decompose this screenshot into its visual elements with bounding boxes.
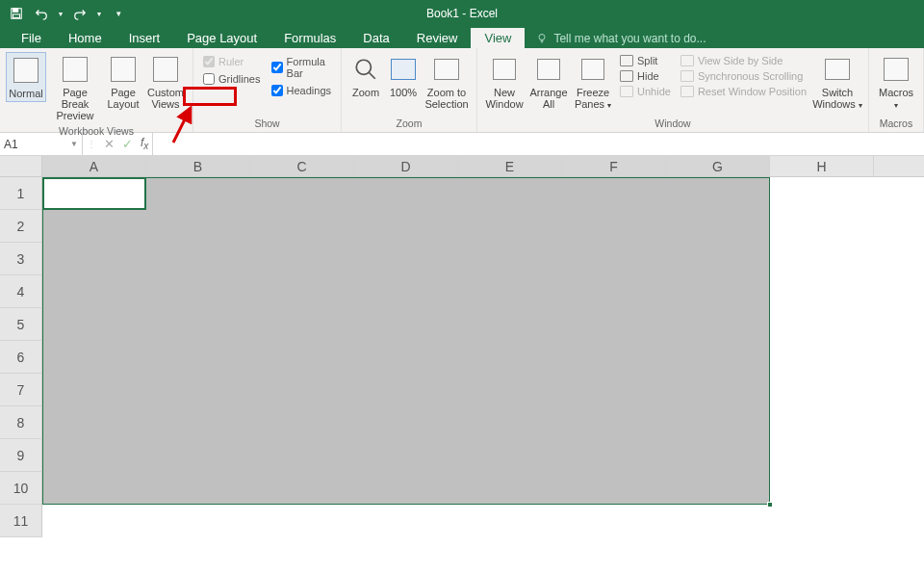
cell[interactable]: [770, 374, 874, 406]
col-header-h[interactable]: H: [770, 156, 874, 176]
synchronous-scrolling-button[interactable]: Synchronous Scrolling: [679, 69, 808, 83]
qat-customize-icon[interactable]: ▾: [108, 3, 129, 24]
cell[interactable]: [42, 505, 146, 537]
switch-windows-button[interactable]: Switch Windows ▾: [812, 52, 862, 114]
chevron-down-icon[interactable]: ▼: [70, 140, 78, 148]
row-header-6[interactable]: 6: [0, 341, 42, 374]
hundred-icon: [391, 59, 416, 80]
cell[interactable]: [770, 275, 874, 308]
cancel-formula-icon[interactable]: ✕: [104, 137, 115, 151]
row-header-7[interactable]: 7: [0, 374, 42, 406]
row-header-1[interactable]: 1: [0, 177, 42, 210]
tab-page-layout[interactable]: Page Layout: [173, 28, 270, 48]
undo-icon[interactable]: [31, 3, 52, 24]
headings-checkbox[interactable]: Headings: [271, 85, 331, 96]
ruler-checkbox[interactable]: Ruler: [203, 56, 262, 67]
custom-views-button[interactable]: Custom Views: [144, 52, 187, 112]
formula-bar-checkbox[interactable]: Formula Bar: [271, 56, 331, 79]
arrange-all-button[interactable]: Arrange All: [527, 52, 570, 112]
cell[interactable]: [770, 505, 874, 537]
normal-view-button[interactable]: Normal: [6, 52, 46, 102]
col-header-g[interactable]: G: [666, 156, 770, 176]
cell[interactable]: [770, 341, 874, 374]
cell[interactable]: [458, 505, 562, 537]
selection-range: [42, 177, 770, 505]
group-zoom: Zoom 100% Zoom to Selection Zoom: [342, 48, 477, 132]
unhide-button[interactable]: Unhide: [618, 85, 673, 98]
new-window-icon: [493, 59, 516, 80]
name-box[interactable]: A1 ▼: [0, 133, 83, 155]
cell[interactable]: [250, 505, 354, 537]
sheet: A B C D E F G H 1234567891011: [0, 156, 924, 537]
freeze-panes-button[interactable]: Freeze Panes ▾: [572, 52, 614, 114]
col-header-c[interactable]: C: [250, 156, 354, 176]
zoom-to-selection-button[interactable]: Zoom to Selection: [423, 52, 471, 112]
formula-input[interactable]: [153, 133, 924, 155]
row-header-9[interactable]: 9: [0, 439, 42, 472]
col-header-d[interactable]: D: [354, 156, 458, 176]
cell[interactable]: [770, 177, 874, 210]
group-window: New Window Arrange All Freeze Panes ▾ Sp…: [477, 48, 869, 132]
hide-button[interactable]: Hide: [618, 69, 673, 83]
cell[interactable]: [562, 505, 666, 537]
tab-home[interactable]: Home: [55, 28, 116, 48]
group-label-zoom: Zoom: [397, 116, 423, 132]
col-header-a[interactable]: A: [42, 156, 146, 176]
view-side-by-side-button[interactable]: View Side by Side: [679, 54, 808, 67]
cell[interactable]: [770, 243, 874, 275]
select-all-corner[interactable]: [0, 156, 42, 176]
row-header-2[interactable]: 2: [0, 210, 42, 243]
col-header-f[interactable]: F: [562, 156, 666, 176]
chevron-down-icon: ▾: [859, 101, 862, 110]
tab-formulas[interactable]: Formulas: [270, 28, 349, 48]
cell[interactable]: [146, 505, 250, 537]
cell[interactable]: [770, 472, 874, 505]
row-header-11[interactable]: 11: [0, 505, 42, 537]
undo-dropdown-icon[interactable]: ▾: [56, 3, 65, 24]
fx-separator-icon: ⋮: [87, 139, 96, 149]
cell[interactable]: [770, 210, 874, 243]
cell[interactable]: [354, 505, 458, 537]
group-label-macros: Macros: [880, 116, 912, 132]
page-break-preview-button[interactable]: Page Break Preview: [48, 52, 102, 123]
row-header-10[interactable]: 10: [0, 472, 42, 505]
row-header-5[interactable]: 5: [0, 308, 42, 341]
cell[interactable]: [770, 439, 874, 472]
cell[interactable]: [666, 505, 770, 537]
macros-button[interactable]: Macros▾: [875, 52, 917, 114]
row-header-4[interactable]: 4: [0, 275, 42, 308]
row-header-8[interactable]: 8: [0, 406, 42, 439]
col-header-b[interactable]: B: [146, 156, 250, 176]
redo-icon[interactable]: [69, 3, 90, 24]
reset-window-position-button[interactable]: Reset Window Position: [679, 85, 808, 98]
active-cell[interactable]: [42, 177, 146, 210]
tab-data[interactable]: Data: [349, 28, 402, 48]
zoom-button[interactable]: Zoom: [347, 52, 384, 100]
tab-view[interactable]: View: [471, 28, 525, 48]
cell[interactable]: [770, 308, 874, 341]
row-header-3[interactable]: 3: [0, 243, 42, 275]
col-header-e[interactable]: E: [458, 156, 562, 176]
tab-file[interactable]: File: [8, 28, 55, 48]
tab-review[interactable]: Review: [403, 28, 472, 48]
fx-icon[interactable]: fx: [141, 136, 148, 151]
save-icon[interactable]: [6, 3, 27, 24]
group-workbook-views: Normal Page Break Preview Page Layout Cu…: [0, 48, 193, 132]
gridlines-checkbox[interactable]: Gridlines: [203, 73, 262, 85]
group-label-show: Show: [254, 116, 279, 132]
window-title: Book1 - Excel: [0, 7, 924, 20]
zoom-100-button[interactable]: 100%: [386, 52, 421, 100]
page-layout-button[interactable]: Page Layout: [104, 52, 142, 112]
split-icon: [620, 55, 633, 66]
group-label-window: Window: [654, 116, 690, 132]
zoom-icon: [353, 57, 378, 82]
accept-formula-icon[interactable]: ✓: [122, 137, 133, 151]
new-window-button[interactable]: New Window: [483, 52, 526, 112]
tab-insert[interactable]: Insert: [116, 28, 174, 48]
redo-dropdown-icon[interactable]: ▾: [94, 3, 104, 24]
cell[interactable]: [770, 406, 874, 439]
hide-icon: [620, 70, 633, 82]
tell-me-input[interactable]: Tell me what you want to do...: [525, 29, 717, 48]
split-button[interactable]: Split: [618, 54, 673, 67]
selection-handle[interactable]: [767, 502, 773, 508]
